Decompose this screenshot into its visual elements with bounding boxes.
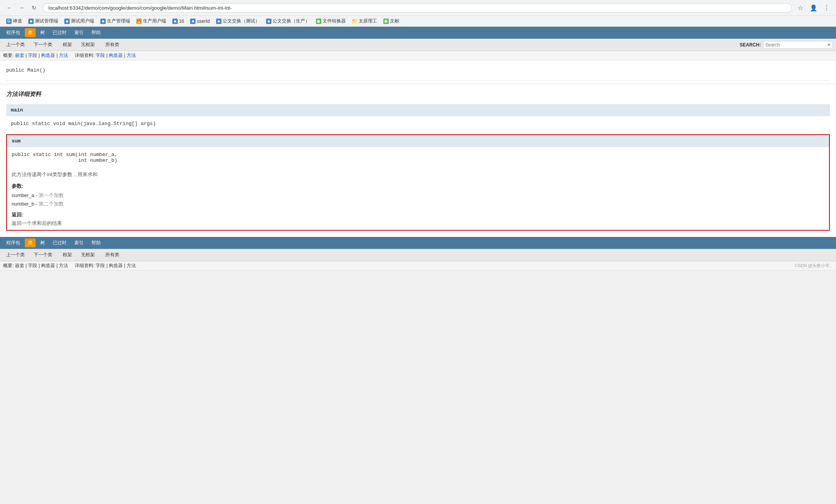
bookmark-chando[interactable]: G 禅道 [4,17,24,25]
detail-constructor-link[interactable]: 构造器 [109,53,123,58]
bookmark-docex-test[interactable]: ■ 公文交换（测试） [214,17,262,25]
test-admin-icon: ■ [28,19,34,24]
bottom-constructor-link[interactable]: 构造器 [41,263,55,268]
bottom-toolbar-package-btn[interactable]: 程序包 [3,238,23,247]
bottom-nav-bar: 上一个类 下一个类 框架 无框架 所有类 [0,249,836,261]
bookmark-label: userId [197,19,209,24]
browser-actions: ☆ 👤 ⋮ [795,2,832,13]
bookmark-label: 文件转换器 [323,18,346,24]
all-classes-link[interactable]: 所有类 [102,40,122,49]
bottom-detail-constructor-link[interactable]: 构造器 [109,263,123,268]
method-params-sum: 参数: number_a - 第一个加数 number_b - 第二个加数 [7,181,829,210]
bookmark-button[interactable]: ☆ [795,2,806,13]
address-bar[interactable]: localhost:63342/demo/com/google/demo/com… [43,3,792,13]
bookmark-prod-admin[interactable]: ■ 生产管理端 [98,17,132,25]
toolbar-tree-btn[interactable]: 树 [37,28,48,37]
bookmark-userid[interactable]: ■ userId [188,18,212,25]
bookmark-docex-prod[interactable]: ■ 公文交换（生产） [264,17,312,25]
nav-bar: 上一个类 下一个类 框架 无框架 所有类 SEARCH: ✕ [0,39,836,51]
bottom-detail-field-link[interactable]: 字段 [96,263,105,268]
bottom-toolbar-class-btn[interactable]: 类 [25,238,36,247]
profile-button[interactable]: 👤 [808,2,819,13]
bookmark-label: 公文交换（生产） [273,18,310,24]
bottom-toolbar: 程序包 类 树 已过时 索引 帮助 [0,237,836,249]
param-desc-b: 第二个加数 [39,201,64,207]
toolbar-index-btn[interactable]: 索引 [71,28,87,37]
method-link[interactable]: 方法 [59,53,68,58]
field-link[interactable]: 字段 [28,53,37,58]
bottom-toolbar-index-btn[interactable]: 索引 [71,238,87,247]
params-label-sum: 参数: [12,183,824,190]
method-signature-sum: public static int sum(int number_a, int … [7,147,829,168]
back-button[interactable]: ← [4,2,15,13]
search-clear-icon[interactable]: ✕ [827,42,831,48]
returns-label-sum: 返回: [12,211,824,218]
toolbar-package-btn[interactable]: 程序包 [3,28,23,37]
bookmark-label: 测试用户端 [71,18,94,24]
userid-icon: ■ [190,19,196,24]
param-number-a: number_a - 第一个加数 [12,191,824,200]
main-content: public Main() 方法详细资料 main public static … [0,60,836,271]
prod-user-icon: 🔥 [136,19,142,24]
no-frame-link[interactable]: 无框架 [78,40,98,49]
method-header-main: main [6,104,830,116]
search-input[interactable] [765,42,827,48]
refs-icon: ◉ [383,19,389,24]
toolbar-class-btn[interactable]: 类 [25,28,36,37]
overview-label: 概要: [3,53,14,58]
method-entry-sum: sum public static int sum(int number_a, … [6,134,830,231]
param-desc-a: 第一个加数 [39,192,64,198]
detail-method-link[interactable]: 方法 [127,53,136,58]
bookmark-prod-user[interactable]: 🔥 生产用户端 [134,17,168,25]
bottom-method-link[interactable]: 方法 [59,263,68,268]
bottom-all-classes-link[interactable]: 所有类 [102,250,122,259]
bookmark-file-conv[interactable]: ◉ 文件转换器 [314,17,348,25]
method-name-sum: sum [12,138,21,144]
prev-class-link[interactable]: 上一个类 [3,40,28,49]
method-signature-main: public static void main(java.lang.String… [6,116,830,131]
next-class-link[interactable]: 下一个类 [31,40,55,49]
bookmark-label: 生产管理端 [107,18,130,24]
url-text: localhost:63342/demo/com/google/demo/com… [48,5,786,11]
bookmark-label: 16 [179,19,184,24]
frame-link[interactable]: 框架 [60,40,75,49]
bottom-toolbar-help-btn[interactable]: 帮助 [88,238,104,247]
bottom-no-frame-link[interactable]: 无框架 [78,250,98,259]
constructor-link[interactable]: 构造器 [41,53,55,58]
toolbar-deprecated-btn[interactable]: 已过时 [50,28,70,37]
bottom-detail-method-link[interactable]: 方法 [127,263,136,268]
top-toolbar: 程序包 类 树 已过时 索引 帮助 [0,27,836,39]
forward-button[interactable]: → [16,2,27,13]
param-name-a: number_a [12,192,34,198]
bookmark-test-admin[interactable]: ■ 测试管理端 [26,17,60,25]
method-description-sum: 此方法传递两个int类型参数，用来求和 [7,168,829,181]
test-user-icon: ■ [64,19,70,24]
bottom-prev-class-link[interactable]: 上一个类 [3,250,28,259]
bottom-summary-left: 概要: 嵌套 | 字段 | 构造器 | 方法 详细资料: 字段 | 构造器 | … [3,262,136,269]
method-entry-main: main public static void main(java.lang.S… [6,104,830,131]
bottom-toolbar-deprecated-btn[interactable]: 已过时 [50,238,70,247]
param-dash-a: - [36,192,39,198]
bookmark-16[interactable]: ■ 16 [170,18,186,25]
detail-label: 详细资料: [75,53,94,58]
bookmark-refs[interactable]: ◉ 文献 [381,17,402,25]
bottom-summary-bar: 概要: 嵌套 | 字段 | 构造器 | 方法 详细资料: 字段 | 构造器 | … [0,261,836,271]
csdn-credit: CSDN @头疼小字... [795,263,833,269]
detail-field-link[interactable]: 字段 [96,53,105,58]
bottom-field-link[interactable]: 字段 [28,263,37,268]
bottom-nested-link[interactable]: 嵌套 [15,263,24,268]
toolbar-help-btn[interactable]: 帮助 [88,28,104,37]
file-conv-icon: ◉ [316,19,321,24]
param-dash-b: - [36,201,39,207]
method-name-main: main [11,107,23,113]
bookmark-tyut[interactable]: 📁 太原理工 [350,17,379,25]
menu-button[interactable]: ⋮ [821,2,832,13]
bottom-frame-link[interactable]: 框架 [60,250,75,259]
reload-button[interactable]: ↻ [29,2,39,13]
nested-link[interactable]: 嵌套 [15,53,24,58]
bottom-toolbar-tree-btn[interactable]: 树 [37,238,48,247]
bottom-next-class-link[interactable]: 下一个类 [31,250,55,259]
bookmark-test-user[interactable]: ■ 测试用户端 [62,17,96,25]
bookmark-label: 公文交换（测试） [223,18,260,24]
chando-icon: G [6,19,12,24]
